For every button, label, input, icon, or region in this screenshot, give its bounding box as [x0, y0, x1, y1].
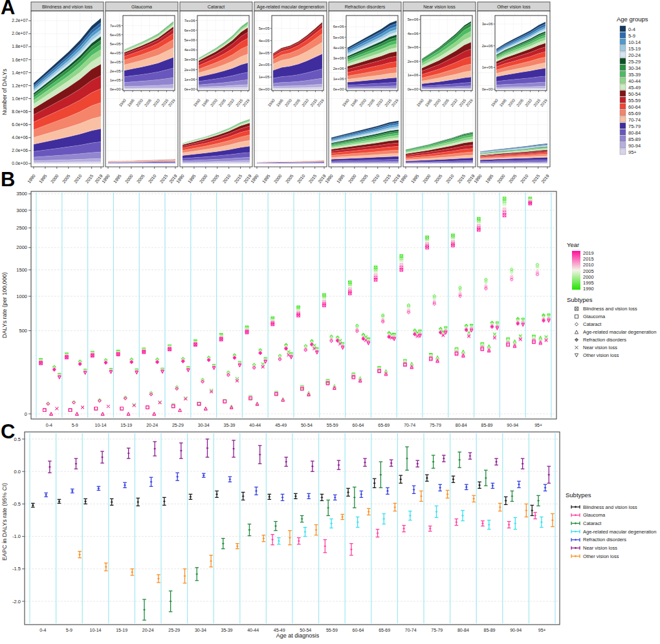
- age-group-label: 70-74: [628, 117, 641, 123]
- facet-x-tick-label: 1995: [113, 173, 122, 184]
- age-group-label: 60-64: [628, 104, 641, 110]
- facet-blindness-and-vision-loss: Blindness and vision loss199019952000200…: [27, 2, 104, 184]
- age-group-label: 0-4: [628, 27, 635, 32]
- panel-c: 0.50.0-0.5-1.0-1.5-2.00-45-910-1415-1920…: [12, 432, 656, 632]
- age-group-swatch: [620, 103, 626, 109]
- panel-c-x-tick-label: 30-34: [195, 628, 206, 632]
- age-group-swatch: [620, 149, 626, 155]
- tick-label: 2e+06: [408, 59, 419, 63]
- facet-x-tick-label: 2005: [434, 173, 443, 184]
- panel-c-x-tick-label: 15-19: [116, 628, 127, 632]
- panel-b-x-tick-label: 85-89: [481, 423, 493, 427]
- panel-b-x-tick-label: 95+: [534, 423, 542, 427]
- facet-glaucoma: Glaucoma19901995200020052010201520190e+0…: [101, 2, 178, 184]
- age-group-label: 20-24: [628, 52, 641, 58]
- panel-c-legend-label: Glaucoma: [583, 512, 606, 518]
- panel-b-x-tick-label: 0-4: [46, 423, 52, 427]
- tick-label: 1e+05: [259, 75, 270, 79]
- facet-x-tick-label: 2015: [308, 173, 318, 184]
- panel-c-legend-label: Age-related macular degeneration: [583, 529, 656, 535]
- facet-x-tick-label: 1990: [175, 173, 185, 184]
- facet-x-tick-label: 2015: [457, 173, 467, 184]
- tick-label: 4e+06: [333, 46, 345, 50]
- tick-label: 2500: [16, 225, 27, 231]
- age-groups-legend-title: Age groups: [617, 16, 648, 23]
- tick-label: 7e+05: [110, 24, 122, 28]
- panel-b: 05001000150020002500300035000-45-910-141…: [16, 191, 656, 427]
- facet-x-tick-label: 2010: [222, 173, 232, 184]
- tick-label: 4.0e+06: [12, 135, 28, 140]
- panel-c-x-tick-label: 60-64: [353, 628, 364, 632]
- panel-c-x-tick-label: 20-24: [142, 628, 154, 632]
- tick-label: 3e+05: [259, 51, 270, 55]
- age-group-label: 80-84: [628, 130, 641, 136]
- tick-label: 5e+06: [333, 36, 345, 39]
- panel-c-x-tick-label: 85-89: [484, 628, 496, 632]
- panel-c-legend-label: Other vision loss: [583, 553, 619, 559]
- age-group-swatch: [620, 52, 626, 58]
- facet-x-tick-label: 1995: [336, 173, 346, 184]
- tick-label: 3e+06: [333, 56, 345, 60]
- facet-x-tick-label: 2010: [148, 173, 157, 184]
- subtype-legend-label: Age-related macular degeneration: [583, 329, 656, 335]
- facet-x-tick-label: 2005: [508, 173, 518, 184]
- age-group-label: 10-14: [628, 39, 641, 45]
- subtype-legend-label: Other vision loss: [583, 352, 619, 358]
- age-group-label: 85-89: [628, 136, 641, 142]
- panel-c-x-tick-label: 70-74: [405, 628, 417, 632]
- tick-label: 3500: [16, 191, 27, 197]
- facet-x-tick-label: 1995: [261, 173, 271, 184]
- subtype-legend-label: Refraction disorders: [583, 337, 626, 343]
- panel-c-x-tick-label: 45-49: [274, 628, 285, 632]
- year-legend-title: Year: [567, 241, 579, 248]
- age-group-swatch: [620, 26, 626, 32]
- panel-b-x-tick-label: 80-84: [456, 423, 467, 427]
- age-group-label: 55-59: [628, 98, 641, 103]
- tick-label: 2e+05: [259, 63, 270, 67]
- tick-label: 3e+06: [482, 22, 494, 26]
- tick-label: 1.4e+07: [12, 70, 28, 75]
- facet-x-tick-label: 1995: [410, 173, 420, 184]
- facet-x-tick-label: 2015: [159, 173, 169, 184]
- panel-c-x-tick-label: 40-44: [247, 628, 259, 632]
- facet-x-tick-label: 2015: [382, 173, 392, 184]
- panel-c-x-tick-label: 25-29: [168, 628, 180, 632]
- tick-label: 0.0: [14, 469, 21, 475]
- tick-label: 6e+05: [110, 33, 122, 37]
- panel-c-legend-label: Refraction disorders: [583, 537, 626, 542]
- subtype-legend-label: Cataract: [583, 321, 602, 327]
- panel-b-subtypes-legend-title: Subtypes: [567, 296, 593, 303]
- panel-b-x-tick-label: 55-59: [327, 423, 338, 427]
- tick-label: 3000: [16, 208, 27, 213]
- year-legend-label: 2019: [583, 250, 594, 256]
- tick-label: 0e+00: [333, 87, 345, 91]
- panel-c-x-tick-label: 0-4: [39, 628, 46, 632]
- age-group-swatch: [620, 71, 626, 77]
- tick-label: 3e+05: [110, 60, 122, 64]
- age-group-label: 65-69: [628, 111, 641, 116]
- panel-c-x-axis-title: Age at diagnosis: [214, 632, 382, 639]
- facet-title: Refraction disorders: [345, 5, 386, 9]
- tick-label: 2.0e+06: [12, 148, 28, 153]
- tick-label: 5e+06: [408, 17, 419, 21]
- figure: 0.0e+002.0e+064.0e+066.0e+068.0e+061.0e+…: [0, 0, 660, 644]
- panel-b-x-tick-label: 10-14: [95, 423, 107, 427]
- age-group-label: 95+: [628, 149, 637, 155]
- panel-b-x-tick-label: 75-79: [430, 423, 441, 427]
- panel-c-x-tick-label: 95+: [538, 628, 546, 632]
- tick-label: 1.6e+07: [12, 58, 28, 62]
- tick-label: 6.0e+06: [12, 122, 28, 127]
- tick-label: 4e+06: [184, 48, 196, 52]
- facet-other-vision-loss: Other vision loss19901995200020052010201…: [473, 2, 550, 184]
- panel-c-legend: Blindness and vision lossGlaucomaCatarac…: [571, 504, 656, 559]
- tick-label: -0.5: [12, 501, 21, 507]
- tick-label: 1e+06: [408, 73, 419, 77]
- facet-x-tick-label: 2000: [199, 173, 208, 184]
- tick-label: 6e+06: [333, 25, 345, 28]
- panel-b-x-tick-label: 20-24: [146, 423, 158, 427]
- tick-label: -1.5: [12, 566, 21, 572]
- facet-title: Glaucoma: [131, 5, 152, 9]
- facet-near-vision-loss: Near vision loss199019952000200520102015…: [399, 2, 476, 184]
- panel-b-label: B: [1, 169, 15, 189]
- tick-label: 5e+05: [259, 27, 270, 30]
